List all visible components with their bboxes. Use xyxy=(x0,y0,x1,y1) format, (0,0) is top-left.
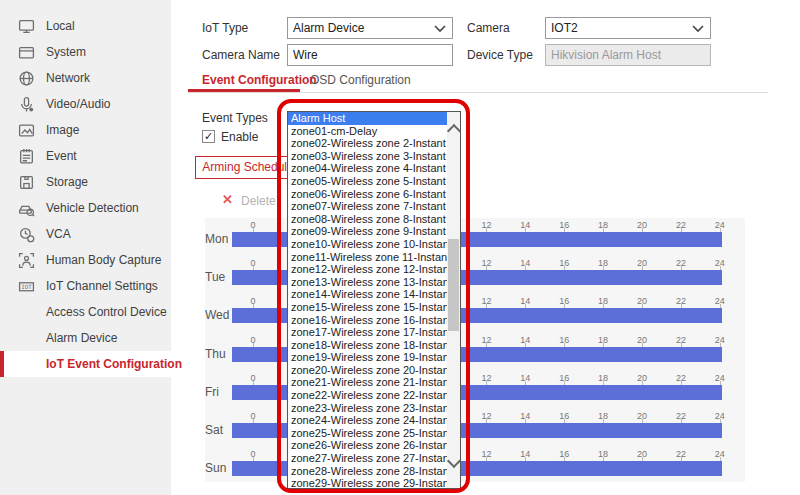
sidebar-item-image[interactable]: Image xyxy=(0,117,171,143)
sidebar-item-system[interactable]: System xyxy=(0,39,171,65)
event-type-option[interactable]: zone17-Wireless zone 17-Instant xyxy=(288,326,447,339)
listbox-scrollbar[interactable] xyxy=(447,112,460,488)
event-type-option[interactable]: zone29-Wireless zone 29-Instant xyxy=(288,477,447,490)
event-type-option[interactable]: Alarm Host xyxy=(288,112,447,125)
day-label: Wed xyxy=(205,308,235,322)
event-type-option[interactable]: zone02-Wireless zone 2-Instant xyxy=(288,137,447,150)
sidebar-item-label: IoT Channel Settings xyxy=(46,279,158,293)
event-type-option[interactable]: zone09-Wireless zone 9-Instant xyxy=(288,225,447,238)
event-type-option[interactable]: zone12-Wireless zone 12-Instant xyxy=(288,263,447,276)
svg-text:IOT: IOT xyxy=(21,283,32,289)
event-type-option[interactable]: zone04-Wireless zone 4-Instant xyxy=(288,162,447,175)
event-type-option[interactable]: zone15-Wireless zone 15-Instant xyxy=(288,301,447,314)
sidebar-item-label: Video/Audio xyxy=(46,97,111,111)
globe-icon xyxy=(18,70,35,87)
sidebar-item-label: Vehicle Detection xyxy=(46,201,139,215)
event-type-option[interactable]: zone07-Wireless zone 7-Instant xyxy=(288,200,447,213)
check-icon: ✓ xyxy=(204,130,213,142)
camera-name-input[interactable]: Wire xyxy=(287,44,453,66)
event-type-option[interactable]: zone01-cm-Delay xyxy=(288,125,447,138)
vca-icon xyxy=(18,226,35,243)
enable-checkbox[interactable]: ✓ xyxy=(202,130,215,143)
sidebar-item-label: Network xyxy=(46,71,90,85)
event-type-option[interactable]: zone23-Wireless zone 23-Instant xyxy=(288,402,447,415)
day-label: Tue xyxy=(205,270,235,284)
sidebar-item-label: Image xyxy=(46,123,79,137)
event-types-options: Alarm Hostzone01-cm-Delayzone02-Wireless… xyxy=(288,112,447,490)
event-type-option[interactable]: zone25-Wireless zone 25-Instant xyxy=(288,427,447,440)
event-type-option[interactable]: zone28-Wireless zone 28-Instant xyxy=(288,465,447,478)
delete-button[interactable]: Delete xyxy=(241,194,276,208)
sidebar-item-vehicle-detection[interactable]: Vehicle Detection xyxy=(0,195,171,221)
sidebar-item-video-audio[interactable]: Video/Audio xyxy=(0,91,171,117)
sidebar-item-event[interactable]: Event xyxy=(0,143,171,169)
sidebar-item-human-body-capture[interactable]: Human Body Capture xyxy=(0,247,171,273)
iot-type-select[interactable]: Alarm Device xyxy=(287,17,453,39)
event-type-option[interactable]: zone14-Wireless zone 14-Instant xyxy=(288,288,447,301)
event-type-option[interactable]: zone16-Wireless zone 16-Instant xyxy=(288,314,447,327)
delete-x-icon: ✕ xyxy=(222,192,233,207)
sidebar-item-label: IoT Event Configuration xyxy=(46,357,182,371)
event-type-option[interactable]: zone19-Wireless zone 19-Instant xyxy=(288,351,447,364)
event-type-option[interactable]: zone27-Wireless zone 27-Instant xyxy=(288,452,447,465)
event-type-option[interactable]: zone06-Wireless zone 6-Instant xyxy=(288,188,447,201)
sidebar-item-label: Access Control Device xyxy=(46,305,167,319)
image-icon xyxy=(18,122,35,139)
sidebar-item-storage[interactable]: Storage xyxy=(0,169,171,195)
camera-value: IOT2 xyxy=(551,21,578,35)
iot-type-label: IoT Type xyxy=(202,17,248,39)
event-type-option[interactable]: zone24-Wireless zone 24-Instant xyxy=(288,414,447,427)
sidebar-item-vca[interactable]: VCA xyxy=(0,221,171,247)
scrollbar-thumb[interactable] xyxy=(448,239,459,331)
event-type-option[interactable]: zone05-Wireless zone 5-Instant xyxy=(288,175,447,188)
camera-select[interactable]: IOT2 xyxy=(545,17,711,39)
sidebar: LocalSystemNetworkVideo/AudioImageEventS… xyxy=(0,0,171,495)
day-label: Sat xyxy=(205,423,235,437)
tab-divider xyxy=(188,92,768,93)
iot-type-value: Alarm Device xyxy=(293,21,364,35)
event-type-option[interactable]: zone11-Wireless zone 11-Instant xyxy=(288,251,447,264)
camera-name-label: Camera Name xyxy=(202,44,280,66)
event-type-option[interactable]: zone20-Wireless zone 20-Instant xyxy=(288,364,447,377)
monitor-icon xyxy=(18,18,35,35)
sidebar-item-label: Alarm Device xyxy=(46,331,117,345)
arming-schedule-grid: Mon024681012141618202224Tue0246810121416… xyxy=(205,218,745,482)
event-type-option[interactable]: zone26-Wireless zone 26-Instant xyxy=(288,439,447,452)
day-label: Thu xyxy=(205,347,235,361)
event-type-option[interactable]: zone21-Wireless zone 21-Instant xyxy=(288,376,447,389)
sidebar-item-label: System xyxy=(46,45,86,59)
event-type-option[interactable]: zone22-Wireless zone 22-Instant xyxy=(288,389,447,402)
day-label: Fri xyxy=(205,385,235,399)
chevron-down-icon xyxy=(434,25,446,33)
disk-icon xyxy=(18,174,35,191)
sidebar-item-access-control-device[interactable]: Access Control Device xyxy=(0,299,171,325)
day-label: Sun xyxy=(205,461,235,475)
body-capture-icon xyxy=(18,252,35,269)
tab-event-configuration[interactable]: Event Configuration xyxy=(202,73,317,87)
sidebar-item-label: Storage xyxy=(46,175,88,189)
day-label: Mon xyxy=(205,232,235,246)
sidebar-item-label: VCA xyxy=(46,227,71,241)
event-types-listbox[interactable]: Alarm Hostzone01-cm-Delayzone02-Wireless… xyxy=(287,111,461,489)
sidebar-item-label: Local xyxy=(46,19,75,33)
sidebar-item-network[interactable]: Network xyxy=(0,65,171,91)
tab-osd-configuration[interactable]: OSD Configuration xyxy=(310,73,411,87)
event-type-option[interactable]: zone18-Wireless zone 18-Instant xyxy=(288,339,447,352)
scroll-up-icon[interactable] xyxy=(447,124,461,138)
device-type-input: Hikvision Alarm Host xyxy=(545,44,711,66)
event-type-option[interactable]: zone03-Wireless zone 3-Instant xyxy=(288,150,447,163)
sidebar-item-label: Event xyxy=(46,149,77,163)
event-type-option[interactable]: zone13-Wireless zone 13-Instant xyxy=(288,276,447,289)
sidebar-item-iot-event-configuration[interactable]: IoT Event Configuration xyxy=(0,351,171,377)
event-type-option[interactable]: zone08-Wireless zone 8-Instant xyxy=(288,213,447,226)
camera-label: Camera xyxy=(467,17,510,39)
window-icon xyxy=(18,44,35,61)
sidebar-item-iot-channel-settings[interactable]: IOTIoT Channel Settings xyxy=(0,273,171,299)
event-type-option[interactable]: zone10-Wireless zone 10-Instant xyxy=(288,238,447,251)
arming-schedule-button[interactable]: Arming Schedule xyxy=(195,156,301,179)
iot-icon: IOT xyxy=(18,278,35,295)
sidebar-item-local[interactable]: Local xyxy=(0,13,171,39)
sidebar-item-label: Human Body Capture xyxy=(46,253,161,267)
scroll-down-icon[interactable] xyxy=(447,454,461,468)
sidebar-item-alarm-device[interactable]: Alarm Device xyxy=(0,325,171,351)
